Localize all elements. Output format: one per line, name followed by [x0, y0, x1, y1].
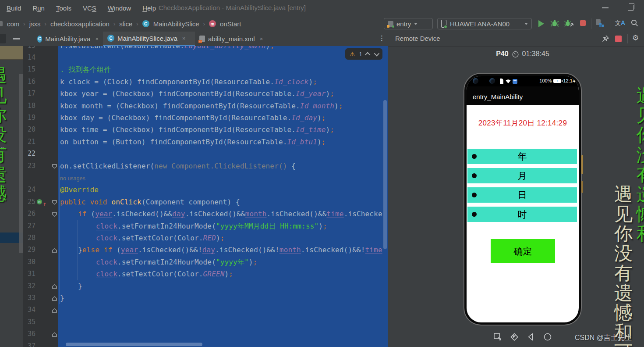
fold-marker-icon[interactable] [52, 284, 57, 289]
override-gutter-icon[interactable]: o↑ [37, 199, 48, 205]
fold-marker-icon[interactable] [52, 200, 57, 205]
attach-debugger-button[interactable] [564, 19, 574, 27]
home-icon[interactable] [542, 332, 553, 342]
menu-item[interactable]: Help [142, 4, 156, 12]
line-number: 31 [23, 268, 35, 280]
code-text: }else if (year.isChecked()&&!day.isCheck… [78, 244, 382, 256]
code-text: clock.setTextColor(Color.RED); [96, 232, 225, 244]
stop-button[interactable] [580, 20, 586, 26]
warning-count: 1 [359, 51, 362, 57]
line-number: 18 [23, 100, 35, 112]
breadcrumb-app[interactable]: checkboxapplication [50, 20, 110, 28]
separator [627, 34, 628, 43]
code-editor[interactable]: 13r.setUIContent(ResourceTable.Layout_ab… [23, 46, 388, 347]
java-class-icon: C [107, 35, 114, 42]
close-icon[interactable]: × [260, 36, 263, 42]
menu-item[interactable]: Build [7, 4, 21, 12]
fold-marker-icon[interactable] [52, 212, 57, 217]
volume-button [581, 155, 583, 174]
code-line: 15. 找到各个组件 [23, 64, 388, 75]
fold-marker-icon[interactable] [52, 308, 57, 313]
checkbox-row[interactable]: 日 [467, 187, 577, 203]
tab-label: MainAbilitySlice.java [117, 35, 177, 42]
rotate-icon[interactable] [509, 332, 520, 342]
run-config-selector[interactable]: entry [384, 18, 433, 29]
code-line: 28clock.setTextColor(Color.RED); [23, 232, 388, 244]
next-warning-icon[interactable] [374, 50, 379, 56]
xml-file-icon: <> [199, 36, 205, 42]
gear-icon[interactable]: ⚙ [632, 33, 639, 42]
panel-scroll-thumb[interactable] [0, 46, 23, 60]
wifi-icon [506, 79, 511, 83]
code-text: @Override [60, 184, 99, 196]
battery-percent: 100% [539, 78, 552, 83]
tab-mainability-java[interactable]: C MainAbility.java × [33, 32, 103, 46]
translate-icon[interactable]: 文A [615, 19, 625, 27]
phone-screen[interactable]: 100% + 12:14 entry_MainAbility 2023年11月2… [467, 76, 579, 322]
line-number: 19 [23, 112, 35, 124]
code-text: r.setUIContent(ResourceTable.Layout_abil… [60, 46, 274, 52]
menu-item[interactable]: Run [32, 4, 45, 12]
checkbox-label: 年 [467, 149, 577, 164]
breadcrumb-class[interactable]: MainAbilitySlice [153, 20, 199, 28]
ide-window: Build Run Tools VCS Window Help Checkbox… [0, 0, 644, 347]
checkbox-row[interactable]: 月 [467, 168, 577, 183]
tab-mainabilityslice-java[interactable]: C MainAbilitySlice.java × [103, 32, 195, 46]
run-button[interactable] [538, 20, 544, 27]
restore-button[interactable] [628, 5, 633, 11]
menu-item[interactable]: Window [108, 4, 131, 12]
collapse-icon[interactable] [13, 38, 20, 39]
profiler-button[interactable] [596, 19, 604, 27]
breadcrumb-slice[interactable]: slice [119, 20, 132, 28]
menu-item[interactable]: Tools [56, 4, 71, 12]
code-line: 19kbox day = (Checkbox) findComponentByI… [23, 112, 388, 124]
line-number: 13 [23, 46, 35, 52]
code-text: } [78, 280, 82, 292]
code-line: 20kbox time = (Checkbox) findComponentBy… [23, 124, 388, 136]
checkbox-list: 年 月 日 [467, 149, 577, 226]
line-number: 34 [23, 304, 35, 316]
breadcrumb-method[interactable]: onStart [220, 20, 241, 28]
back-icon[interactable] [526, 332, 536, 342]
power-button [581, 181, 583, 193]
code-line: 24@Override [23, 184, 388, 196]
toolbar-separator [591, 18, 591, 29]
editor-horizontal-scrollbar[interactable] [66, 343, 202, 346]
menu-item[interactable]: VCS [83, 4, 96, 12]
fold-marker-icon[interactable] [52, 332, 57, 337]
editor-vertical-scrollbar[interactable] [383, 100, 387, 249]
clock-text: 2023年11月20日 12:14:29 [467, 118, 579, 128]
method-icon: m [209, 20, 216, 27]
navigation-bar: com › jsxs › checkboxapplication › slice… [0, 16, 644, 32]
search-everywhere-icon[interactable] [631, 19, 638, 27]
pin-icon[interactable] [602, 35, 609, 43]
minimize-button[interactable] [602, 7, 609, 8]
confirm-button[interactable]: 确定 [491, 239, 555, 263]
code-text: kbox year = (Checkbox) findComponentById… [60, 88, 334, 100]
fold-marker-icon[interactable] [52, 296, 57, 301]
debug-button[interactable] [550, 19, 559, 27]
checkbox-row[interactable]: 年 [467, 149, 577, 164]
device-selector[interactable]: HUAWEI ANA-AN00 [437, 18, 532, 29]
run-config-label: entry [396, 20, 411, 28]
breadcrumb-com[interactable]: com [7, 20, 19, 28]
line-number: 23 [23, 160, 35, 172]
panel-scrollbar[interactable] [19, 74, 23, 253]
prev-warning-icon[interactable] [365, 52, 371, 57]
tab-options-icon[interactable]: ⋮ [379, 34, 385, 42]
close-icon[interactable]: × [95, 36, 99, 42]
fold-marker-icon[interactable] [52, 248, 57, 253]
screenshot-icon[interactable] [492, 332, 503, 342]
tab-ability-main-xml[interactable]: <> ability_main.xml × [195, 32, 274, 46]
inspection-widget[interactable]: ⚠ 1 [345, 48, 382, 60]
stop-session-button[interactable] [615, 36, 622, 42]
checkbox-row[interactable]: 时 [467, 207, 577, 222]
line-number: 26 [23, 208, 35, 220]
breadcrumb-jsxs[interactable]: jsxs [29, 20, 41, 28]
remote-device-panel: Remote Device ⚙ P40 01:38:45 [388, 32, 644, 347]
code-inlay-row: no usages [23, 172, 388, 184]
fold-marker-icon[interactable] [52, 164, 57, 169]
code-text: kbox day = (Checkbox) findComponentById(… [60, 112, 326, 124]
code-text: } [60, 292, 64, 304]
close-icon[interactable]: × [182, 35, 186, 42]
